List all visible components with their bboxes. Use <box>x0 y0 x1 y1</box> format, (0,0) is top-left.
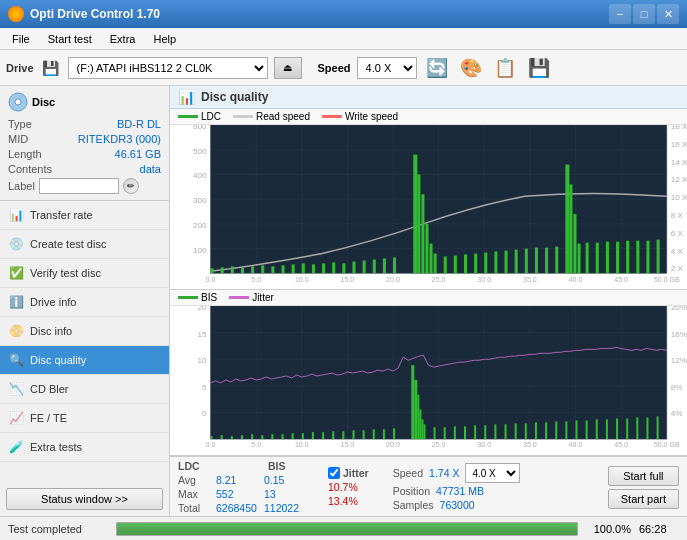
verify-test-disc-label: Verify test disc <box>30 267 101 279</box>
svg-rect-26 <box>261 265 264 273</box>
svg-rect-56 <box>573 214 576 273</box>
disc-length-row: Length 46.61 GB <box>8 148 161 160</box>
disc-length-key: Length <box>8 148 42 160</box>
svg-text:200: 200 <box>193 221 207 230</box>
svg-rect-154 <box>586 421 588 440</box>
svg-rect-65 <box>616 242 619 274</box>
disc-type-key: Type <box>8 118 32 130</box>
svg-rect-118 <box>251 434 253 439</box>
svg-rect-153 <box>575 421 577 440</box>
speed-select2[interactable]: 4.0 X <box>465 463 520 483</box>
svg-point-1 <box>15 99 21 105</box>
svg-rect-139 <box>434 427 436 439</box>
menu-help[interactable]: Help <box>145 31 184 47</box>
svg-rect-160 <box>646 418 648 440</box>
svg-rect-136 <box>419 410 421 440</box>
disc-label-input[interactable] <box>39 178 119 194</box>
app-icon <box>8 6 24 22</box>
svg-rect-145 <box>494 425 496 440</box>
jitter-max: 13.4% <box>328 495 358 507</box>
titlebar-left: Opti Drive Control 1.70 <box>8 6 160 22</box>
sidebar-item-create-test-disc[interactable]: 💿 Create test disc <box>0 230 169 259</box>
svg-rect-61 <box>578 244 581 274</box>
info-button[interactable]: 📋 <box>491 54 519 82</box>
svg-rect-114 <box>211 436 213 439</box>
progress-bar-container <box>116 522 578 536</box>
svg-text:10.0: 10.0 <box>295 441 309 448</box>
svg-text:20: 20 <box>197 306 207 312</box>
disc-quality-label: Disc quality <box>30 354 86 366</box>
svg-rect-135 <box>417 395 419 439</box>
svg-rect-29 <box>292 264 295 273</box>
svg-text:5.0: 5.0 <box>251 441 261 448</box>
fe-te-icon: 📈 <box>8 410 24 426</box>
svg-text:15.0: 15.0 <box>340 441 354 448</box>
speed-select-toolbar[interactable]: 4.0 X <box>357 57 417 79</box>
menu-extra[interactable]: Extra <box>102 31 144 47</box>
time-text: 66:28 <box>639 523 679 535</box>
svg-text:30.0: 30.0 <box>477 441 491 448</box>
svg-rect-53 <box>515 250 518 274</box>
svg-text:600: 600 <box>193 125 207 131</box>
drive-select[interactable]: (F:) ATAPI iHBS112 2 CL0K <box>68 57 268 79</box>
chart-area: 📊 Disc quality LDC Read speed <box>170 86 687 516</box>
menu-start-test[interactable]: Start test <box>40 31 100 47</box>
svg-rect-51 <box>494 252 497 274</box>
bottom-chart-wrapper: BIS Jitter <box>170 290 687 456</box>
menu-file[interactable]: File <box>4 31 38 47</box>
toolbar: Drive 💾 (F:) ATAPI iHBS112 2 CL0K ⏏ Spee… <box>0 50 687 86</box>
progress-bar <box>117 523 577 535</box>
svg-text:16 X: 16 X <box>671 140 687 149</box>
svg-rect-137 <box>421 420 423 440</box>
minimize-button[interactable]: − <box>609 4 631 24</box>
svg-rect-27 <box>271 266 274 273</box>
jitter-legend-label: Jitter <box>252 292 274 303</box>
disc-header-label: Disc <box>32 96 55 108</box>
svg-text:0.0: 0.0 <box>206 276 216 283</box>
svg-rect-143 <box>474 426 476 440</box>
svg-rect-120 <box>271 434 273 439</box>
close-button[interactable]: ✕ <box>657 4 679 24</box>
create-test-disc-icon: 💿 <box>8 236 24 252</box>
maximize-button[interactable]: □ <box>633 4 655 24</box>
sidebar-item-fe-te[interactable]: 📈 FE / TE <box>0 404 169 433</box>
nav-items: 📊 Transfer rate 💿 Create test disc ✅ Ver… <box>0 201 169 482</box>
settings-button[interactable]: 🎨 <box>457 54 485 82</box>
refresh-button[interactable]: 🔄 <box>423 54 451 82</box>
sidebar-item-verify-test-disc[interactable]: ✅ Verify test disc <box>0 259 169 288</box>
sidebar-item-cd-bler[interactable]: 📉 CD Bler <box>0 375 169 404</box>
jitter-checkbox[interactable] <box>328 467 340 479</box>
fe-te-label: FE / TE <box>30 412 67 424</box>
jitter-avg: 10.7% <box>328 481 358 493</box>
status-window-button[interactable]: Status window >> <box>6 488 163 510</box>
menubar: File Start test Extra Help <box>0 28 687 50</box>
svg-rect-30 <box>302 263 305 273</box>
sidebar-item-drive-info[interactable]: ℹ️ Drive info <box>0 288 169 317</box>
save-button[interactable]: 💾 <box>525 54 553 82</box>
start-part-button[interactable]: Start part <box>608 489 679 509</box>
disc-type-row: Type BD-R DL <box>8 118 161 130</box>
sidebar-item-extra-tests[interactable]: 🧪 Extra tests <box>0 433 169 462</box>
progress-text: 100.0% <box>586 523 631 535</box>
svg-text:10.0: 10.0 <box>295 276 309 283</box>
svg-text:12%: 12% <box>671 356 687 365</box>
svg-rect-119 <box>261 435 263 439</box>
sidebar-item-transfer-rate[interactable]: 📊 Transfer rate <box>0 201 169 230</box>
svg-rect-60 <box>555 247 558 274</box>
read-speed-legend-color <box>233 115 253 118</box>
svg-rect-55 <box>569 184 572 273</box>
disc-label-icon[interactable]: ✏ <box>123 178 139 194</box>
start-full-button[interactable]: Start full <box>608 466 679 486</box>
svg-text:45.0: 45.0 <box>614 441 628 448</box>
svg-text:500: 500 <box>193 147 207 156</box>
sidebar-item-disc-info[interactable]: 📀 Disc info <box>0 317 169 346</box>
svg-rect-52 <box>505 251 508 274</box>
svg-rect-67 <box>636 241 639 274</box>
svg-rect-156 <box>606 420 608 440</box>
sidebar-item-disc-quality[interactable]: 🔍 Disc quality <box>0 346 169 375</box>
eject-button[interactable]: ⏏ <box>274 57 302 79</box>
bis-legend-label: BIS <box>201 292 217 303</box>
drive-info-label: Drive info <box>30 296 76 308</box>
statusbar: Test completed 100.0% 66:28 <box>0 516 687 540</box>
position-label: Position <box>393 485 430 497</box>
